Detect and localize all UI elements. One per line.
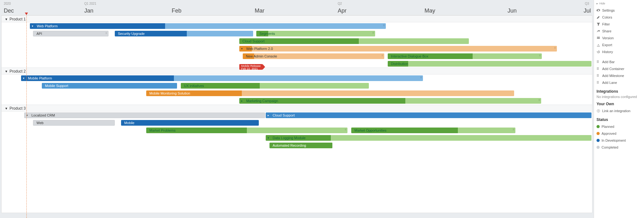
- chevron-right-icon: ▸: [241, 99, 243, 102]
- sidebar-item-history[interactable]: History: [597, 48, 641, 55]
- status-approved[interactable]: Approved: [597, 130, 641, 137]
- bar-segments[interactable]: Segments ⠿: [256, 31, 375, 36]
- sidebar-item-label: Add Lane: [602, 81, 617, 84]
- bar-mobile-platform[interactable]: ▾ Mobile Platform ⠿: [21, 75, 423, 81]
- funnel-icon: [597, 22, 600, 26]
- status-in-development[interactable]: In Development: [597, 137, 641, 144]
- bar-market-problems[interactable]: Market Problems ⠿: [146, 128, 347, 133]
- timeline-area: 2020 Q1 2021 Q2 Q3 Dec Jan Feb Mar Apr M…: [0, 0, 594, 218]
- drag-handle-icon[interactable]: ⠿: [383, 24, 385, 27]
- bar-new-admin-console[interactable]: New Admin Console ⠿: [243, 53, 384, 59]
- bar-mobile-p3[interactable]: Mobile: [121, 120, 259, 126]
- sidebar-item-label: Add Container: [602, 67, 624, 71]
- month-label: Jun: [508, 8, 517, 14]
- chevron-down-icon: ▾: [23, 77, 25, 80]
- bar-label: Interactive Dialogue Box: [388, 54, 428, 58]
- hide-label: Hide: [599, 2, 605, 5]
- status-label: In Development: [602, 139, 626, 142]
- bar-mobile-monitoring[interactable]: Mobile Monitoring Solution: [146, 90, 514, 96]
- quarter-label: Q2: [338, 2, 342, 5]
- milestone-flag[interactable]: Mobile Release Feb 22, 2021: [239, 64, 263, 70]
- lane-header[interactable]: ▾ Product 1: [2, 15, 592, 22]
- bar-ux-initiatives[interactable]: UX initiatives: [181, 83, 369, 89]
- bar-cloud-support-p3[interactable]: ▸ Cloud Support: [266, 112, 591, 118]
- lane-header[interactable]: ▾ Product 2 Mobile Release Feb 22, 2021: [2, 68, 592, 74]
- bar-distribution[interactable]: Distribution: [388, 61, 591, 67]
- drag-handle-icon[interactable]: ⠿: [105, 32, 107, 35]
- bar-data-logging-module[interactable]: ▾ Data Logging Module: [266, 135, 591, 141]
- drag-handle-icon[interactable]: ⠿: [539, 54, 541, 57]
- bar-web-platform[interactable]: ▾ Web Platform ⠿: [30, 23, 386, 29]
- bar-label: Data Logging Module: [266, 136, 306, 140]
- drag-handle-icon[interactable]: ⠿: [381, 54, 383, 57]
- hide-sidebar-button[interactable]: ▸ Hide: [597, 2, 641, 5]
- bar-web-p3[interactable]: Web: [33, 120, 115, 126]
- lane-product-2: ▾ Product 2 Mobile Release Feb 22, 2021 …: [2, 68, 592, 105]
- drag-handle-icon[interactable]: ⠿: [420, 76, 422, 79]
- bar-mobile-support[interactable]: Mobile Support: [42, 83, 177, 89]
- bar-label: Web Platform: [30, 24, 58, 28]
- sidebar-item-label: History: [602, 50, 613, 54]
- bar-api[interactable]: API ⠿: [33, 31, 108, 36]
- grip-icon: ⠿: [597, 81, 600, 84]
- drag-handle-icon[interactable]: ⠿: [538, 99, 540, 102]
- month-label: Dec: [4, 8, 14, 14]
- quarter-label: Q3: [585, 2, 589, 5]
- status-dot-icon: [597, 139, 600, 142]
- sidebar-add-lane[interactable]: ⠿ Add Lane: [597, 79, 641, 86]
- lane-title: Product 1: [9, 17, 25, 21]
- link-integration-button[interactable]: Link an integration: [597, 107, 641, 114]
- bar-label: Mobile Monitoring Solution: [146, 91, 190, 95]
- sidebar-add-milestone[interactable]: ⠿ Add Milestone: [597, 72, 641, 79]
- bar-security-upgrade[interactable]: Security Upgrade: [115, 31, 253, 36]
- bar-label: Segments: [256, 32, 275, 35]
- drag-handle-icon[interactable]: ⠿: [345, 128, 347, 131]
- sidebar-item-colors[interactable]: Colors: [597, 14, 641, 21]
- sidebar-item-filter[interactable]: Filter: [597, 21, 641, 28]
- month-label: Jan: [84, 8, 93, 14]
- share-icon: [597, 29, 600, 33]
- sidebar-item-settings[interactable]: Settings: [597, 7, 641, 14]
- bar-label: Market Problems: [146, 128, 175, 132]
- sidebar-item-version[interactable]: Version: [597, 35, 641, 41]
- sidebar-item-label: Export: [602, 43, 612, 47]
- status-label: Planned: [602, 125, 614, 128]
- sidebar-item-share[interactable]: Share: [597, 28, 641, 35]
- status-completed[interactable]: Completed: [597, 144, 641, 151]
- bar-automated-recording[interactable]: Automated Recording: [269, 143, 332, 148]
- sidebar-add-bar[interactable]: ⠿ Add Bar: [597, 58, 641, 65]
- bar-localized-crm[interactable]: ▾ Localized CRM: [24, 112, 265, 118]
- gear-icon: [597, 8, 600, 12]
- sidebar-add-container[interactable]: ⠿ Add Container: [597, 65, 641, 72]
- status-dot-icon: [597, 146, 600, 149]
- bar-market-opportunities[interactable]: Market Opportunities ⠿: [351, 128, 515, 133]
- year-label: 2020: [4, 2, 11, 5]
- gantt-body[interactable]: ▾ Product 1 ▾ Web Platform ⠿: [1, 15, 592, 213]
- chevron-down-icon: ▾: [268, 136, 269, 139]
- drag-handle-icon[interactable]: ⠿: [513, 128, 514, 131]
- lane-header[interactable]: ▾ Product 3: [2, 105, 592, 112]
- sidebar-item-export[interactable]: Export: [597, 41, 641, 48]
- bar-label: Mobile Support: [42, 84, 68, 88]
- quarter-label: Q1 2021: [84, 2, 96, 5]
- your-own-heading: Your Own: [597, 102, 641, 106]
- bar-web-platform-2[interactable]: ▾ Web Platform 2.0 ⠿: [239, 46, 557, 52]
- status-label: Approved: [602, 132, 616, 135]
- sidebar: ▸ Hide Settings Colors Filter Share Vers…: [594, 0, 644, 218]
- bar-interactive-dialogue[interactable]: Interactive Dialogue Box ⠿: [388, 53, 542, 59]
- chevron-down-icon: ▾: [241, 47, 243, 50]
- grip-icon: ⠿: [597, 74, 600, 78]
- month-label: Jul: [584, 8, 591, 14]
- sidebar-item-label: Settings: [602, 8, 615, 12]
- status-planned[interactable]: Planned: [597, 123, 641, 130]
- today-marker-icon: [25, 13, 28, 15]
- bar-cloud-support[interactable]: Cloud Support: [239, 38, 469, 44]
- drag-handle-icon[interactable]: ⠿: [554, 47, 556, 50]
- drag-handle-icon[interactable]: ⠿: [372, 32, 374, 35]
- pencil-icon: [597, 15, 600, 19]
- version-icon: [597, 36, 600, 40]
- bar-marketing-campaign[interactable]: ▸ Marketing Campaign ⠿: [239, 98, 541, 104]
- milestone-date: Feb 22, 2021: [241, 68, 261, 70]
- sidebar-item-label: Link an integration: [602, 109, 630, 113]
- plus-circle-icon: [597, 109, 600, 113]
